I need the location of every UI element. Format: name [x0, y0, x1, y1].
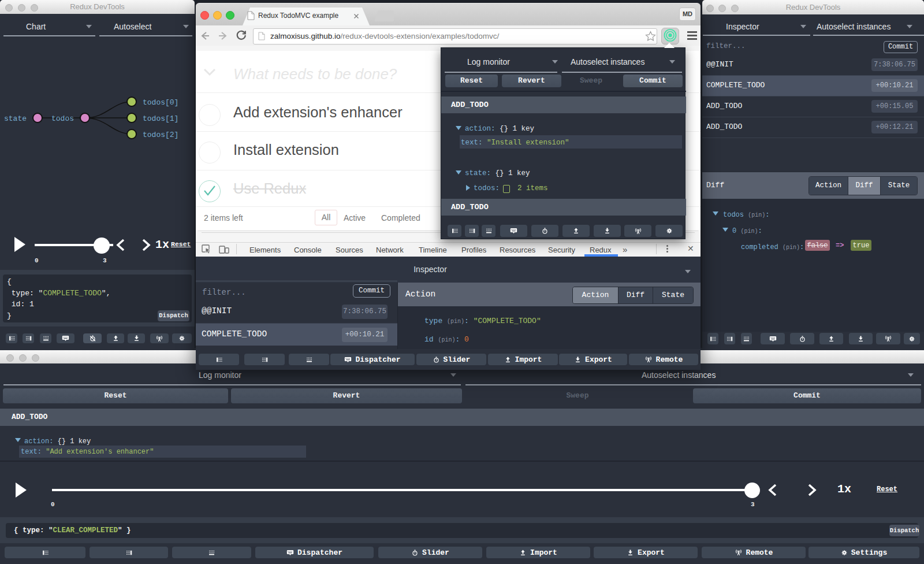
svg-text:todos[2]: todos[2] — [143, 131, 178, 139]
svg-text:todos: todos — [51, 114, 74, 123]
svg-text:todos[1]: todos[1] — [143, 114, 178, 123]
svg-text:todos[0]: todos[0] — [143, 98, 178, 107]
svg-text:state: state — [4, 114, 27, 123]
